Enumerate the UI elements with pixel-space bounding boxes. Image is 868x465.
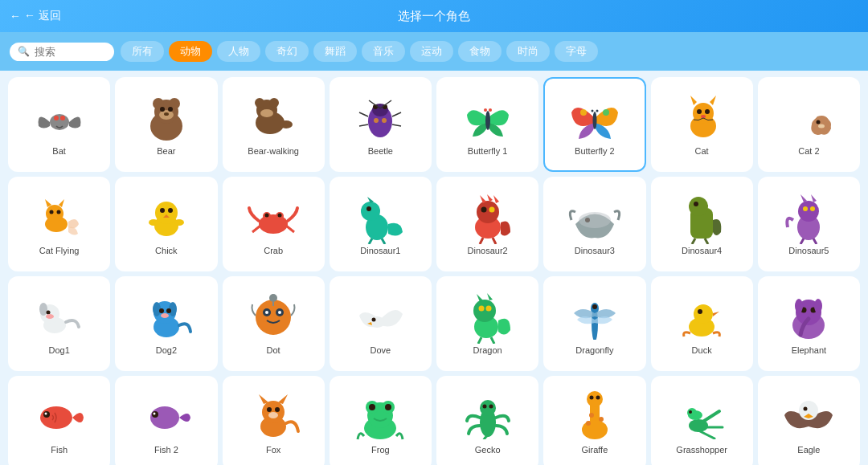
svg-point-173 — [687, 408, 697, 418]
sprite-card[interactable]: Grasshopper — [651, 376, 753, 465]
svg-line-23 — [359, 112, 368, 116]
sprite-image — [352, 92, 408, 145]
sprite-card[interactable]: Fox — [223, 376, 325, 465]
category-btn-animals[interactable]: 动物 — [169, 41, 212, 62]
svg-point-35 — [580, 109, 587, 116]
sprite-image — [674, 92, 730, 145]
sprite-card[interactable]: Cat Flying — [8, 177, 110, 271]
svg-point-63 — [265, 213, 269, 217]
sprite-card[interactable]: Cat 2 — [758, 77, 860, 172]
svg-point-55 — [160, 208, 165, 213]
sprite-label: Dragonfly — [575, 345, 613, 356]
svg-point-145 — [153, 412, 155, 414]
sprite-card[interactable]: Giraffe — [543, 376, 645, 465]
sprite-card[interactable]: Dove — [330, 276, 432, 371]
sprite-card[interactable]: Frog — [330, 376, 432, 465]
svg-point-112 — [265, 311, 268, 314]
sprite-card[interactable]: Eagle — [758, 376, 860, 465]
svg-point-166 — [589, 395, 593, 399]
svg-point-52 — [56, 210, 60, 214]
sprite-card[interactable]: Dinosaur3 — [543, 177, 645, 271]
sprite-card[interactable]: Elephant — [758, 276, 860, 371]
svg-point-28 — [382, 118, 387, 123]
category-btn-letters[interactable]: 字母 — [555, 41, 598, 62]
sprite-label: Eagle — [797, 445, 820, 455]
sprite-image — [31, 92, 88, 145]
svg-point-168 — [586, 421, 591, 426]
sprite-card[interactable]: Dog2 — [115, 276, 217, 371]
sprite-label: Giraffe — [581, 445, 608, 455]
sprite-label: Bear — [157, 146, 175, 157]
sprite-card[interactable]: Bear — [115, 77, 217, 172]
sprite-card[interactable]: Dinosaur5 — [758, 177, 860, 271]
svg-point-51 — [49, 210, 53, 214]
sprite-card[interactable]: Dot — [223, 276, 325, 371]
category-btn-food[interactable]: 食物 — [458, 41, 502, 62]
svg-point-174 — [689, 410, 692, 414]
svg-point-59 — [174, 219, 184, 226]
sprite-card[interactable]: Dragonfly — [543, 276, 645, 371]
category-btn-fashion[interactable]: 时尚 — [506, 41, 550, 62]
sprite-image — [245, 92, 301, 145]
sprite-card[interactable]: Bear-walking — [223, 77, 325, 172]
sprite-card[interactable]: Duck — [651, 276, 753, 371]
category-btn-dance[interactable]: 舞蹈 — [313, 41, 357, 62]
sprite-label: Dinosaur3 — [575, 246, 615, 256]
sprite-card[interactable]: Gecko — [436, 376, 538, 465]
svg-point-14 — [269, 98, 279, 108]
svg-point-107 — [166, 308, 171, 313]
sprite-label: Duck — [692, 345, 712, 356]
sprite-card[interactable]: Dragon — [436, 276, 538, 371]
sprite-card[interactable]: Fish — [8, 376, 110, 465]
svg-point-132 — [698, 309, 702, 314]
svg-point-42 — [705, 109, 710, 114]
svg-point-16 — [280, 120, 293, 128]
svg-line-80 — [480, 238, 483, 244]
sprite-card[interactable]: Dog1 — [8, 276, 110, 371]
sprite-label: Dinosaur1 — [360, 246, 400, 256]
category-btn-music[interactable]: 音乐 — [362, 41, 405, 62]
sprite-label: Beetle — [368, 146, 393, 157]
sprite-card[interactable]: Butterfly 1 — [436, 77, 538, 172]
search-input[interactable] — [35, 46, 107, 58]
svg-marker-40 — [710, 96, 716, 105]
sprite-label: Dragon — [473, 345, 502, 356]
sprite-label: Butterfly 2 — [575, 146, 615, 157]
back-button[interactable]: ← ← 返回 — [10, 9, 61, 23]
sprite-card[interactable]: Chick — [115, 177, 217, 271]
svg-point-151 — [275, 407, 280, 412]
svg-point-121 — [478, 305, 484, 311]
category-btn-sports[interactable]: 运动 — [410, 41, 453, 62]
sprite-card[interactable]: Bat — [8, 77, 110, 172]
category-btn-all[interactable]: 所有 — [121, 41, 164, 62]
svg-point-161 — [482, 404, 486, 408]
search-box[interactable]: 🔍 — [10, 43, 114, 61]
svg-point-34 — [596, 109, 598, 112]
sprite-card[interactable]: Butterfly 2 — [543, 77, 645, 172]
sprite-label: Fish — [51, 445, 68, 455]
header-title: 选择一个角色 — [398, 9, 470, 24]
svg-point-150 — [267, 407, 272, 412]
sprite-card[interactable]: Beetle — [330, 77, 432, 172]
svg-point-13 — [255, 98, 264, 108]
svg-point-142 — [44, 412, 47, 414]
sprite-card[interactable]: Fish 2 — [115, 376, 217, 465]
sprite-image — [245, 192, 301, 244]
category-btn-fantasy[interactable]: 奇幻 — [265, 41, 309, 62]
sprite-card[interactable]: Dinosaur1 — [330, 177, 432, 271]
sprite-label: Chick — [155, 246, 178, 256]
svg-line-175 — [702, 411, 719, 422]
svg-marker-78 — [487, 194, 493, 202]
svg-point-162 — [489, 404, 493, 408]
sprite-label: Dove — [371, 345, 391, 356]
sprite-image — [674, 192, 730, 244]
sprite-card[interactable]: Crab — [223, 177, 325, 271]
category-btn-people[interactable]: 人物 — [217, 41, 260, 62]
sprite-card[interactable]: Dinosaur4 — [651, 177, 753, 271]
svg-marker-79 — [493, 195, 499, 203]
sprite-image — [352, 391, 408, 443]
sprite-card[interactable]: Dinosaur2 — [436, 177, 538, 271]
sprite-card[interactable]: Cat — [651, 77, 753, 172]
svg-point-122 — [485, 305, 491, 311]
sprite-grid: BatBearBear-walkingBeetleButterfly 1Butt… — [0, 71, 868, 465]
